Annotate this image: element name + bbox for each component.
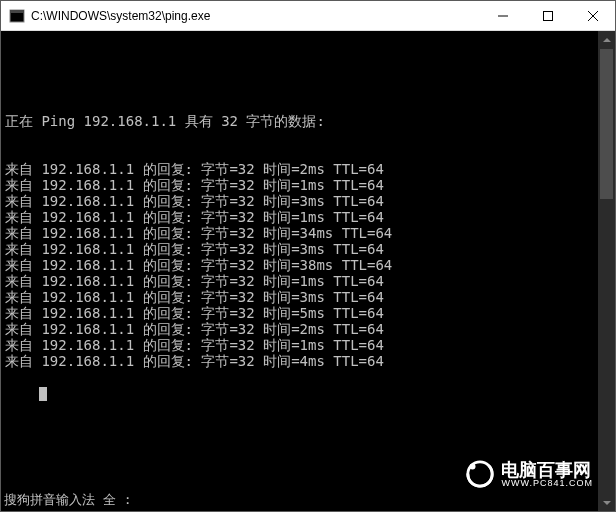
reply-lines: 来自 192.168.1.1 的回复: 字节=32 时间=2ms TTL=64来… <box>5 161 611 369</box>
svg-rect-3 <box>543 11 552 20</box>
console-output[interactable]: 正在 Ping 192.168.1.1 具有 32 字节的数据: 来自 192.… <box>1 31 615 511</box>
svg-marker-6 <box>603 38 611 42</box>
reply-line: 来自 192.168.1.1 的回复: 字节=32 时间=38ms TTL=64 <box>5 257 611 273</box>
window-controls <box>480 1 615 30</box>
console-window: C:\WINDOWS\system32\ping.exe 正在 Ping 192… <box>0 0 616 512</box>
window-title: C:\WINDOWS\system32\ping.exe <box>31 9 480 23</box>
blank-line <box>5 65 611 81</box>
text-cursor <box>39 387 47 401</box>
titlebar: C:\WINDOWS\system32\ping.exe <box>1 1 615 31</box>
minimize-button[interactable] <box>480 1 525 30</box>
ime-text: 搜狗拼音输入法 全 : <box>4 492 131 507</box>
scroll-down-button[interactable] <box>598 494 615 511</box>
svg-rect-1 <box>10 10 24 13</box>
reply-line: 来自 192.168.1.1 的回复: 字节=32 时间=3ms TTL=64 <box>5 289 611 305</box>
reply-line: 来自 192.168.1.1 的回复: 字节=32 时间=2ms TTL=64 <box>5 161 611 177</box>
reply-line: 来自 192.168.1.1 的回复: 字节=32 时间=2ms TTL=64 <box>5 321 611 337</box>
close-button[interactable] <box>570 1 615 30</box>
reply-line: 来自 192.168.1.1 的回复: 字节=32 时间=1ms TTL=64 <box>5 177 611 193</box>
app-icon <box>9 8 25 24</box>
scroll-thumb[interactable] <box>600 49 613 199</box>
reply-line: 来自 192.168.1.1 的回复: 字节=32 时间=1ms TTL=64 <box>5 209 611 225</box>
reply-line: 来自 192.168.1.1 的回复: 字节=32 时间=4ms TTL=64 <box>5 353 611 369</box>
vertical-scrollbar[interactable] <box>598 31 615 511</box>
maximize-button[interactable] <box>525 1 570 30</box>
svg-marker-7 <box>603 501 611 505</box>
scroll-up-button[interactable] <box>598 31 615 48</box>
reply-line: 来自 192.168.1.1 的回复: 字节=32 时间=5ms TTL=64 <box>5 305 611 321</box>
reply-line: 来自 192.168.1.1 的回复: 字节=32 时间=1ms TTL=64 <box>5 273 611 289</box>
reply-line: 来自 192.168.1.1 的回复: 字节=32 时间=34ms TTL=64 <box>5 225 611 241</box>
reply-line: 来自 192.168.1.1 的回复: 字节=32 时间=3ms TTL=64 <box>5 193 611 209</box>
ping-header: 正在 Ping 192.168.1.1 具有 32 字节的数据: <box>5 113 611 129</box>
ime-status-bar: 搜狗拼音输入法 全 : <box>2 490 597 510</box>
reply-line: 来自 192.168.1.1 的回复: 字节=32 时间=1ms TTL=64 <box>5 337 611 353</box>
reply-line: 来自 192.168.1.1 的回复: 字节=32 时间=3ms TTL=64 <box>5 241 611 257</box>
